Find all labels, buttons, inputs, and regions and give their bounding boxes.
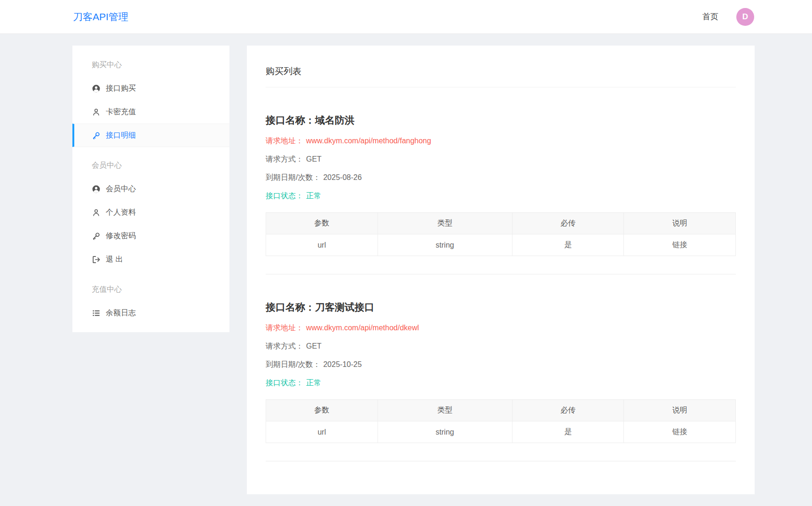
sidebar-item-label: 会员中心 xyxy=(106,184,136,194)
sidebar-item-api-detail[interactable]: 接口明细 xyxy=(72,124,229,147)
request-method-label: 请求方式： xyxy=(266,342,303,350)
status-label: 接口状态： xyxy=(266,379,303,387)
sidebar-item-member-center[interactable]: 会员中心 xyxy=(72,177,229,201)
col-header-param: 参数 xyxy=(266,400,378,421)
sidebar-item-card-recharge[interactable]: 卡密充值 xyxy=(72,100,229,124)
api-name-heading: 接口名称：刀客测试接口 xyxy=(266,301,736,314)
param-table: 参数 类型 必传 说明 url string 是 链接 xyxy=(266,399,736,443)
request-method-value: GET xyxy=(306,155,322,163)
param-table-header-row: 参数 类型 必传 说明 xyxy=(266,213,736,234)
api-section-dkewl: 接口名称：刀客测试接口 请求地址：www.dkym.com/api/method… xyxy=(266,301,736,461)
request-method-label: 请求方式： xyxy=(266,155,303,163)
api-name-heading: 接口名称：域名防洪 xyxy=(266,114,736,127)
list-icon xyxy=(92,309,101,318)
param-table: 参数 类型 必传 说明 url string 是 链接 xyxy=(266,212,736,256)
expire-line: 到期日期/次数：2025-10-25 xyxy=(266,360,736,369)
nav-home-link[interactable]: 首页 xyxy=(702,11,718,22)
status-value: 正常 xyxy=(306,379,321,387)
api-name-label: 接口名称： xyxy=(266,302,315,312)
sidebar-item-api-purchase[interactable]: 接口购买 xyxy=(72,77,229,100)
sign-out-icon xyxy=(92,255,101,264)
expire-label: 到期日期/次数： xyxy=(266,360,320,368)
sidebar-item-label: 接口购买 xyxy=(106,84,136,93)
cell-required: 是 xyxy=(512,421,624,443)
sidebar-item-label: 接口明细 xyxy=(106,131,136,140)
expire-label: 到期日期/次数： xyxy=(266,173,320,181)
sidebar-item-label: 个人资料 xyxy=(106,208,136,218)
sidebar-item-logout[interactable]: 退 出 xyxy=(72,248,229,271)
sidebar-item-label: 退 出 xyxy=(106,255,123,265)
brand-title[interactable]: 刀客API管理 xyxy=(73,10,128,23)
request-url-line: 请求地址：www.dkym.com/api/method/dkewl xyxy=(266,323,736,332)
request-url-label: 请求地址： xyxy=(266,324,303,332)
top-bar: 刀客API管理 首页 D xyxy=(0,0,812,34)
sidebar-item-label: 卡密充值 xyxy=(106,107,136,117)
col-header-type: 类型 xyxy=(378,400,512,421)
topbar-right: 首页 D xyxy=(702,8,754,26)
cell-param: url xyxy=(266,421,378,443)
expire-value: 2025-08-26 xyxy=(323,173,362,181)
sidebar-section-label: 会员中心 xyxy=(72,154,229,177)
cell-required: 是 xyxy=(512,234,624,256)
request-url-value: www.dkym.com/api/method/dkewl xyxy=(306,324,419,332)
col-header-desc: 说明 xyxy=(624,213,736,234)
user-icon xyxy=(92,208,101,217)
user-circle-icon xyxy=(92,84,101,93)
request-url-value: www.dkym.com/api/method/fanghong xyxy=(306,137,431,145)
request-method-value: GET xyxy=(306,342,322,350)
page-title: 购买列表 xyxy=(266,65,736,78)
api-name-value: 域名防洪 xyxy=(315,115,355,125)
key-icon xyxy=(92,232,101,241)
sidebar-section-label: 充值中心 xyxy=(72,278,229,301)
sidebar-item-balance-log[interactable]: 余额日志 xyxy=(72,301,229,325)
request-url-label: 请求地址： xyxy=(266,137,303,145)
expire-value: 2025-10-25 xyxy=(323,360,362,368)
status-label: 接口状态： xyxy=(266,192,303,200)
request-method-line: 请求方式：GET xyxy=(266,342,736,350)
sidebar-item-change-password[interactable]: 修改密码 xyxy=(72,224,229,248)
sidebar-item-label: 修改密码 xyxy=(106,231,136,241)
request-url-line: 请求地址：www.dkym.com/api/method/fanghong xyxy=(266,136,736,145)
request-method-line: 请求方式：GET xyxy=(266,155,736,163)
key-icon xyxy=(92,131,101,140)
api-name-value: 刀客测试接口 xyxy=(315,302,374,312)
col-header-required: 必传 xyxy=(512,213,624,234)
sidebar-section-member: 会员中心 会员中心 个人资料 修改密码 退 出 xyxy=(72,154,229,271)
col-header-param: 参数 xyxy=(266,213,378,234)
user-icon xyxy=(92,108,101,117)
sidebar: 购买中心 接口购买 卡密充值 接口明细 会员中心 会员中心 个人资料 xyxy=(72,46,229,332)
cell-desc: 链接 xyxy=(624,421,736,443)
api-name-label: 接口名称： xyxy=(266,115,315,125)
sidebar-item-label: 余额日志 xyxy=(106,308,136,318)
status-value: 正常 xyxy=(306,192,321,200)
col-header-desc: 说明 xyxy=(624,400,736,421)
divider xyxy=(266,461,736,461)
cell-param: url xyxy=(266,234,378,256)
status-line: 接口状态：正常 xyxy=(266,378,736,387)
page-layout: 购买中心 接口购买 卡密充值 接口明细 会员中心 会员中心 个人资料 xyxy=(0,46,812,494)
table-row: url string 是 链接 xyxy=(266,234,736,256)
user-circle-icon xyxy=(92,185,101,194)
cell-type: string xyxy=(378,234,512,256)
status-line: 接口状态：正常 xyxy=(266,191,736,200)
cell-type: string xyxy=(378,421,512,443)
divider xyxy=(266,274,736,274)
sidebar-section-label: 购买中心 xyxy=(72,53,229,77)
sidebar-section-purchase: 购买中心 接口购买 卡密充值 接口明细 xyxy=(72,53,229,147)
sidebar-section-recharge: 充值中心 余额日志 xyxy=(72,278,229,325)
cell-desc: 链接 xyxy=(624,234,736,256)
param-table-header-row: 参数 类型 必传 说明 xyxy=(266,400,736,421)
expire-line: 到期日期/次数：2025-08-26 xyxy=(266,173,736,182)
sidebar-item-profile[interactable]: 个人资料 xyxy=(72,201,229,224)
col-header-type: 类型 xyxy=(378,213,512,234)
table-row: url string 是 链接 xyxy=(266,421,736,443)
main-panel: 购买列表 接口名称：域名防洪 请求地址：www.dkym.com/api/met… xyxy=(247,46,755,494)
avatar[interactable]: D xyxy=(736,8,754,26)
col-header-required: 必传 xyxy=(512,400,624,421)
divider xyxy=(266,87,736,87)
api-section-fanghong: 接口名称：域名防洪 请求地址：www.dkym.com/api/method/f… xyxy=(266,114,736,274)
